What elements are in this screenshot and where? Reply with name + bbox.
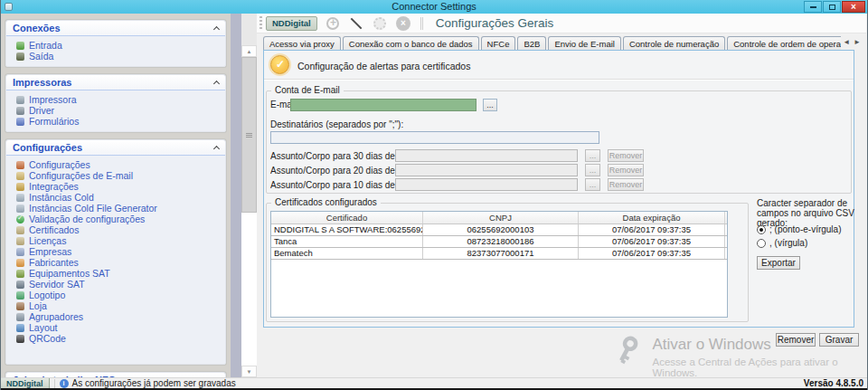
table-row[interactable]: Bematech 82373077000171 07/06/2017 09:37… [271,248,727,260]
column-header[interactable]: Certificado [271,212,423,224]
alert-browse-button[interactable]: ... [585,149,600,162]
app-window: Connector Settings × Conexões Entrada [0,0,868,390]
edit-pencil-icon[interactable] [348,15,364,32]
title-bar[interactable]: Connector Settings × [1,0,867,14]
radio-label: ; (ponto-e-vírgula) [769,224,841,234]
tab[interactable]: Acesso via proxy [263,36,341,50]
column-header[interactable]: Data expiração [579,212,725,224]
sidebar-item[interactable]: Logotipo [6,290,225,300]
sidebar-item[interactable]: Formulários [6,116,225,127]
formularios-icon [16,118,24,126]
sidebar-item[interactable]: Agrupadores [6,311,225,322]
collapse-chevron-icon[interactable] [213,25,220,32]
sidebar-item[interactable]: QRCode [6,333,225,344]
certificate-alert-icon [270,55,289,74]
alert-browse-button[interactable]: ... [585,178,600,191]
radio-label: , (vírgula) [769,238,807,248]
save-button[interactable]: Gravar [819,333,859,347]
logotipo-icon [16,291,24,300]
cnpj-cell: 08723218000186 [423,236,579,247]
recipients-label: Destinatários (separados por ";"): [270,119,403,129]
toolbar-grip[interactable] [259,16,262,30]
sidebar-item[interactable]: Configurações [6,159,225,170]
csv-separator-radio[interactable]: , (vírgula) [757,238,841,248]
sidebar-item[interactable]: Saída [6,51,225,62]
sidebar-item[interactable]: Equipamentos SAT [6,268,225,279]
email-browse-button[interactable]: ... [483,99,497,111]
alert-browse-button[interactable]: ... [585,164,600,176]
collapse-chevron-icon[interactable] [213,80,220,86]
scrollbar-thumb[interactable] [241,57,257,213]
nddigital-button[interactable]: NDDigital [266,16,317,31]
close-button[interactable]: × [842,1,865,13]
tab-label: Envio de E-mail [554,39,615,49]
sidebar-item[interactable]: Integrações [6,181,225,192]
main-panel: NDDigital Configurações Gerais Acesso vi… [257,14,866,377]
agrupadores-icon [16,313,24,321]
sidebar-item[interactable]: Fabricantes [6,257,225,268]
minimize-button[interactable] [804,1,822,13]
email-account-group: Conta de E-mail E-mail: ... Destinatário… [266,90,852,194]
alert-remove-button[interactable]: Remover [608,178,644,191]
tab-scroll-left-icon[interactable] [843,38,850,46]
alert-subject-input[interactable] [395,164,578,176]
sidebar-item[interactable]: Configurações de E-mail [6,170,225,181]
alert-subject-input[interactable] [395,149,578,162]
tab[interactable]: Controle de ordem de operação [727,36,841,50]
sidebar-item[interactable]: Licenças [6,235,225,246]
sidebar-item[interactable]: Entrada [6,40,225,51]
sidebar-item[interactable]: Impressora [6,94,225,105]
statusbar-brand-button[interactable]: NDDigital [1,378,50,389]
sidebar-scrollbar[interactable] [241,14,257,377]
validacao-icon [16,215,24,224]
collapse-chevron-icon[interactable] [213,145,220,151]
cancel-icon[interactable] [395,15,411,32]
sidebar-item[interactable]: Instâncias Cold File Generator [6,203,225,214]
export-button[interactable]: Exportar [757,256,800,270]
integracoes-icon [16,183,24,191]
tab[interactable]: Envio de E-mail [548,36,621,50]
sidebar-item[interactable]: Empresas [6,246,225,257]
sidebar-item[interactable]: Validação de configurações [6,214,225,224]
gear-icon[interactable] [372,15,388,32]
sidebar-item[interactable]: Loja [6,300,225,311]
add-icon[interactable] [325,15,341,32]
alert-remove-button[interactable]: Remover [608,149,644,162]
certificate-cell: NDDIGITAL S A SOFTWARE:06255692000103 [271,224,423,235]
alert-remove-button[interactable]: Remover [608,164,644,176]
radio-icon[interactable] [757,239,766,248]
csv-separator-radio[interactable]: ; (ponto-e-vírgula) [757,224,841,234]
sidebar-item[interactable]: Instâncias Cold [6,192,225,203]
sidebar-item[interactable]: Servidor SAT [6,279,225,290]
scroll-up-arrow-icon[interactable] [241,45,257,57]
sidebar-item[interactable]: Layout [6,322,225,333]
tab[interactable]: NFCe [481,36,516,50]
column-header[interactable]: CNPJ [423,212,579,224]
group-title: Certificados configurados [271,197,381,207]
recipients-input[interactable] [270,131,599,144]
sidebar-section-header[interactable]: Conexões [6,21,225,36]
sidebar-section-header[interactable]: Configurações [6,140,225,156]
tab[interactable]: Conexão com o banco de dados [343,36,479,50]
alert-subject-input[interactable] [395,178,578,191]
table-row[interactable]: Tanca 08723218000186 07/06/2017 09:37:35 [271,236,727,248]
sidebar-item[interactable]: Certificados [6,224,225,235]
table-row[interactable]: NDDIGITAL S A SOFTWARE:06255692000103 06… [271,224,727,236]
panel-splitter[interactable] [231,14,241,377]
statusbar-separator [54,379,55,388]
tab-scroll-arrows[interactable] [843,38,861,46]
tab[interactable]: Controle de numeração [623,36,725,50]
banner-text: Configuração de alertas para certificado… [297,61,470,71]
remove-button[interactable]: Remover [776,333,816,347]
tab-scroll-right-icon[interactable] [854,38,861,46]
scroll-down-arrow-icon[interactable] [241,366,257,377]
loja-icon [16,302,24,310]
sidebar-item[interactable]: Driver [6,105,225,116]
maximize-button[interactable] [823,1,841,13]
sidebar: Conexões Entrada Saída Impressoras [1,14,231,377]
sidebar-section-header[interactable]: Impressoras [6,75,225,90]
sidebar-section-title: Configurações [13,142,214,153]
radio-icon[interactable] [757,225,766,234]
email-input[interactable] [290,99,476,111]
tab[interactable]: B2B [517,36,546,50]
